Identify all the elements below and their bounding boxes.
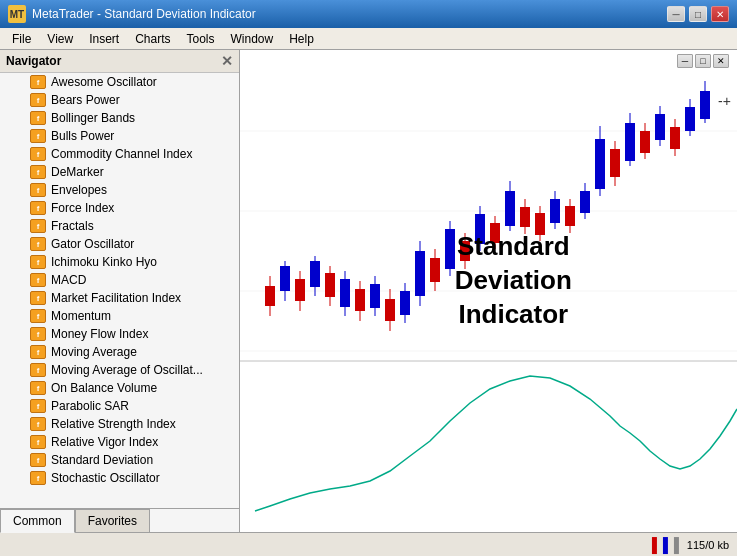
nav-item-label: Ichimoku Kinko Hyo [51, 255, 157, 269]
nav-item-icon: f [30, 219, 46, 233]
nav-item[interactable]: fCommodity Channel Index [0, 145, 239, 163]
nav-item-icon: f [30, 309, 46, 323]
svg-rect-23 [385, 299, 395, 321]
nav-item[interactable]: fMoney Flow Index [0, 325, 239, 343]
chart-restore-button[interactable]: □ [695, 54, 711, 68]
svg-text:-+: -+ [718, 93, 731, 109]
svg-rect-39 [505, 191, 515, 226]
nav-item-icon: f [30, 381, 46, 395]
nav-item[interactable]: fStochastic Oscillator [0, 469, 239, 487]
nav-item[interactable]: fAwesome Oscillator [0, 73, 239, 91]
status-icon: ▐ ▐ ▐ [647, 537, 679, 553]
status-bar: ▐ ▐ ▐ 115/0 kb [0, 532, 737, 556]
nav-item-icon: f [30, 273, 46, 287]
svg-rect-13 [310, 261, 320, 287]
nav-item-label: Parabolic SAR [51, 399, 129, 413]
navigator-header: Navigator ✕ [0, 50, 239, 73]
svg-rect-59 [655, 114, 665, 140]
svg-rect-29 [430, 258, 440, 282]
svg-rect-7 [265, 286, 275, 306]
nav-item-label: Standard Deviation [51, 453, 153, 467]
nav-item-label: Commodity Channel Index [51, 147, 192, 161]
svg-rect-15 [325, 273, 335, 297]
nav-item[interactable]: fMoving Average [0, 343, 239, 361]
nav-item-label: Gator Oscillator [51, 237, 134, 251]
chart-controls: ─ □ ✕ [677, 54, 729, 68]
title-bar-controls: ─ □ ✕ [667, 6, 729, 22]
nav-item[interactable]: fBulls Power [0, 127, 239, 145]
nav-item[interactable]: fMoving Average of Oscillat... [0, 361, 239, 379]
nav-item[interactable]: fRelative Strength Index [0, 415, 239, 433]
nav-item[interactable]: fBears Power [0, 91, 239, 109]
nav-item-label: Force Index [51, 201, 114, 215]
menu-window[interactable]: Window [223, 30, 282, 48]
menu-tools[interactable]: Tools [179, 30, 223, 48]
menu-view[interactable]: View [39, 30, 81, 48]
title-bar-left: MT MetaTrader - Standard Deviation Indic… [8, 5, 256, 23]
nav-item-label: Momentum [51, 309, 111, 323]
nav-item[interactable]: fGator Oscillator [0, 235, 239, 253]
nav-item-icon: f [30, 363, 46, 377]
chart-area: ─ □ ✕ [240, 50, 737, 532]
menu-file[interactable]: File [4, 30, 39, 48]
nav-item[interactable]: fRelative Vigor Index [0, 433, 239, 451]
nav-item[interactable]: fDeMarker [0, 163, 239, 181]
navigator-tabs: Common Favorites [0, 508, 239, 532]
svg-rect-27 [415, 251, 425, 296]
navigator-close-button[interactable]: ✕ [221, 53, 233, 69]
navigator-panel: Navigator ✕ fAwesome OscillatorfBears Po… [0, 50, 240, 532]
nav-item-label: Moving Average [51, 345, 137, 359]
nav-item-label: MACD [51, 273, 86, 287]
chart-close-button[interactable]: ✕ [713, 54, 729, 68]
nav-item[interactable]: fFractals [0, 217, 239, 235]
nav-item[interactable]: fOn Balance Volume [0, 379, 239, 397]
svg-rect-31 [445, 229, 455, 269]
chart-minimize-button[interactable]: ─ [677, 54, 693, 68]
nav-item[interactable]: fMACD [0, 271, 239, 289]
svg-rect-19 [355, 289, 365, 311]
nav-item[interactable]: fParabolic SAR [0, 397, 239, 415]
svg-rect-21 [370, 284, 380, 308]
nav-item-icon: f [30, 237, 46, 251]
nav-item[interactable]: fForce Index [0, 199, 239, 217]
menu-charts[interactable]: Charts [127, 30, 178, 48]
menu-bar: File View Insert Charts Tools Window Hel… [0, 28, 737, 50]
nav-item-icon: f [30, 201, 46, 215]
status-size: 115/0 kb [687, 539, 729, 551]
nav-item-icon: f [30, 327, 46, 341]
tab-favorites[interactable]: Favorites [75, 509, 150, 532]
svg-rect-65 [700, 91, 710, 119]
close-button[interactable]: ✕ [711, 6, 729, 22]
nav-item[interactable]: fStandard Deviation [0, 451, 239, 469]
nav-item-label: On Balance Volume [51, 381, 157, 395]
nav-item-label: Fractals [51, 219, 94, 233]
svg-rect-49 [580, 191, 590, 213]
tab-common[interactable]: Common [0, 509, 75, 533]
app-title: MetaTrader - Standard Deviation Indicato… [32, 7, 256, 21]
nav-item-icon: f [30, 255, 46, 269]
svg-rect-51 [595, 139, 605, 189]
nav-item-label: Moving Average of Oscillat... [51, 363, 203, 377]
svg-rect-55 [625, 123, 635, 161]
nav-item-icon: f [30, 453, 46, 467]
nav-item-label: Envelopes [51, 183, 107, 197]
minimize-button[interactable]: ─ [667, 6, 685, 22]
svg-rect-45 [550, 199, 560, 223]
nav-item[interactable]: fIchimoku Kinko Hyo [0, 253, 239, 271]
restore-button[interactable]: □ [689, 6, 707, 22]
nav-item-icon: f [30, 165, 46, 179]
chart-svg: -+ [240, 50, 737, 532]
nav-item[interactable]: fEnvelopes [0, 181, 239, 199]
svg-rect-43 [535, 213, 545, 235]
app-icon: MT [8, 5, 26, 23]
nav-item[interactable]: fBollinger Bands [0, 109, 239, 127]
nav-item[interactable]: fMomentum [0, 307, 239, 325]
navigator-title: Navigator [6, 54, 61, 68]
nav-item[interactable]: fMarket Facilitation Index [0, 289, 239, 307]
menu-insert[interactable]: Insert [81, 30, 127, 48]
svg-rect-17 [340, 279, 350, 307]
nav-item-label: DeMarker [51, 165, 104, 179]
navigator-list[interactable]: fAwesome OscillatorfBears PowerfBollinge… [0, 73, 239, 508]
menu-help[interactable]: Help [281, 30, 322, 48]
nav-item-icon: f [30, 345, 46, 359]
